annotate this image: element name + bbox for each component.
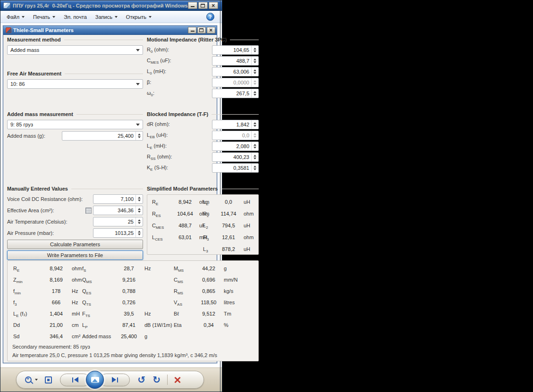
actual-size-icon[interactable] [45, 376, 52, 384]
dr-input[interactable]: 1,842 [212, 120, 259, 129]
zoom-button[interactable] [25, 376, 38, 383]
photo-viewer-window: ППУ груз 25,4г 0-20кГц - Средство просмо… [0, 0, 220, 392]
section-heading-motional: Motional Impedance (Ritter 3PC) [147, 37, 259, 42]
l0-input[interactable]: 63,006 [212, 67, 259, 76]
minimize-icon [191, 6, 195, 7]
simplified-column-1: RE8,942ohm RES104,64ohm CMES488,7uF LCES… [152, 199, 209, 246]
beta-input[interactable]: 0,0000 [212, 78, 259, 87]
rotate-cw-button[interactable]: ↻ [152, 375, 161, 384]
spinner-icon[interactable] [251, 131, 258, 140]
spinner-icon[interactable] [251, 153, 258, 161]
rss-input[interactable]: 400,23 [212, 152, 259, 162]
chevron-down-icon [149, 16, 152, 18]
photo-area: Thiele-Small Parameters × Measurement me… [0, 23, 220, 367]
menu-file[interactable]: Файл [2, 12, 29, 22]
ts-maximize-button[interactable] [197, 27, 206, 33]
spinner-icon[interactable] [251, 46, 258, 54]
leb-row: LEB (uH): 0,0 [147, 131, 259, 140]
voice-coil-resistance-input[interactable]: 7,100 [93, 194, 143, 204]
next-icon [112, 377, 116, 383]
menu-print[interactable]: Печать [29, 12, 59, 22]
omega0-row: ω0: 267,5 [147, 89, 259, 98]
spinner-icon[interactable] [251, 67, 258, 76]
navigation-cluster [60, 371, 130, 389]
toolbar-pill: ↺ ↻ [16, 371, 204, 389]
slideshow-icon [91, 377, 99, 383]
previous-icon [74, 377, 78, 383]
section-heading-measurement-method: Measurement method [7, 37, 143, 42]
menu-bar: Файл Печать Эл. почта Запись Открыть ? [0, 11, 220, 23]
chevron-down-icon [35, 379, 38, 381]
chevron-down-icon [136, 124, 140, 126]
menu-burn[interactable]: Запись [91, 12, 122, 22]
ke-input[interactable]: 0,3581 [212, 163, 259, 173]
spinner-icon[interactable] [135, 132, 143, 140]
results-box: RE8,942ohm Zmin8,169ohm fmin178Hz f3666H… [7, 260, 259, 361]
rotate-ccw-button[interactable]: ↺ [137, 375, 145, 384]
simplified-model-box: RE8,942ohm RES104,64ohm CMES488,7uF LCES… [147, 194, 259, 255]
effective-area-row: Effective Area (cm²): 346,36 [7, 206, 143, 215]
l0-row: L0 (mH): 63,006 [147, 67, 259, 76]
ts-content: Measurement method Added mass Free Air M… [3, 35, 217, 363]
air-pressure-input[interactable]: 1013,25 [93, 228, 143, 238]
close-button[interactable]: × [209, 2, 218, 9]
maximize-icon [199, 28, 203, 32]
window-title: ППУ груз 25,4г 0-20кГц - Средство просмо… [13, 3, 188, 8]
viewer-toolbar: ↺ ↻ [0, 367, 220, 392]
spinner-icon[interactable] [135, 229, 143, 237]
beta-row: β: 0,0000 [147, 78, 259, 87]
measurement-method-select[interactable]: Added mass [7, 45, 143, 55]
window-titlebar: ППУ груз 25,4г 0-20кГц - Средство просмо… [0, 0, 220, 11]
delete-button[interactable] [174, 376, 181, 384]
chevron-down-icon [136, 83, 140, 85]
spinner-icon[interactable] [251, 89, 258, 98]
cmes-row: CMES (uF): 488,7 [147, 56, 259, 66]
secondary-measurement-text: Secondary measurement: 85 груз [12, 344, 90, 350]
area-table-icon[interactable] [85, 208, 92, 214]
spinner-icon[interactable] [251, 78, 258, 87]
spinner-icon[interactable] [135, 217, 143, 226]
next-button[interactable] [100, 374, 130, 386]
toolbar-divider [167, 375, 168, 385]
omega0-input[interactable]: 267,5 [212, 89, 259, 98]
effective-area-input[interactable]: 346,36 [93, 206, 143, 215]
spinner-icon[interactable] [135, 195, 143, 203]
ts-close-button[interactable]: × [207, 27, 215, 33]
added-mass-select[interactable]: 9: 85 груз [7, 120, 143, 129]
spinner-icon[interactable] [135, 206, 143, 215]
photo-viewer-icon [3, 2, 10, 8]
ke-row: KE (S-H): 0,3581 [147, 163, 259, 173]
rss-row: RSS (ohm): 400,23 [147, 152, 259, 162]
cmes-input[interactable]: 488,7 [212, 56, 259, 66]
menu-open[interactable]: Открыть [122, 12, 156, 22]
help-icon[interactable]: ? [206, 13, 214, 21]
section-heading-blocked: Blocked Impedance (T-F) [147, 111, 259, 117]
spinner-icon[interactable] [251, 120, 258, 129]
spinner-icon[interactable] [251, 142, 258, 150]
spinner-icon[interactable] [251, 164, 258, 172]
minimize-button[interactable] [188, 2, 197, 9]
le-input[interactable]: 2,080 [212, 142, 259, 151]
results-column-1: RE8,942ohm Zmin8,169ohm fmin178Hz f3666H… [13, 266, 82, 345]
thiele-small-app-icon [6, 27, 11, 33]
section-heading-free-air: Free Air Measurement [7, 71, 143, 76]
results-column-3: MMS44,22g CMS0,696mm/N RMS0,865kg/s VAS1… [174, 266, 237, 334]
r0-row: R0 (ohm): 104,65 [147, 45, 259, 55]
write-parameters-button[interactable]: Write Parameters to File [7, 250, 143, 260]
section-heading-manual: Manually Entered Values [7, 186, 143, 192]
calculate-parameters-button[interactable]: Calculate Parameters [7, 240, 143, 249]
menu-email[interactable]: Эл. почта [59, 12, 91, 22]
added-mass-row: Added mass (g): 25,400 [7, 131, 143, 141]
chevron-down-icon [52, 16, 55, 18]
added-mass-input[interactable]: 25,400 [62, 131, 143, 141]
slideshow-button[interactable] [86, 371, 104, 389]
air-temperature-input[interactable]: 25 [93, 217, 143, 226]
r0-input[interactable]: 104,65 [212, 45, 259, 55]
ts-window-title: Thiele-Small Parameters [13, 27, 188, 33]
spinner-icon[interactable] [251, 57, 258, 65]
ts-minimize-button[interactable] [188, 27, 196, 33]
leb-input[interactable]: 0,0 [212, 131, 259, 140]
maximize-button[interactable] [198, 2, 208, 9]
free-air-select[interactable]: 10: 86 [7, 79, 143, 89]
chevron-down-icon [136, 49, 140, 51]
